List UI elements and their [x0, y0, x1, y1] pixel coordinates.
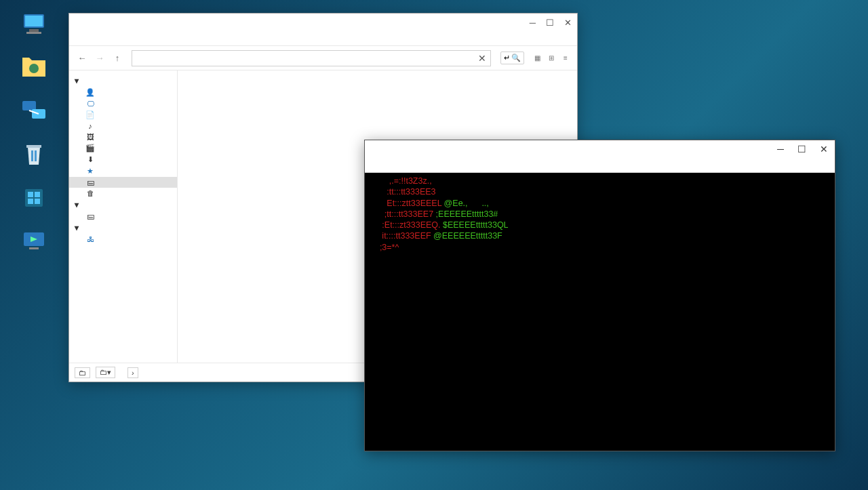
view-icons-button[interactable]: ▦ [531, 52, 543, 64]
view-list-button[interactable]: ≡ [559, 52, 572, 64]
sidebar-item-filesystem[interactable]: 🖴 [69, 177, 177, 188]
desktop-icon-network[interactable] [7, 94, 61, 131]
install-icon [20, 184, 48, 212]
terminal-window: ─ ☐ ✕ ,.=:!!t3Z3z., :tt:::tt333EE3 Et:::… [364, 140, 835, 451]
videos-icon: 🎬 [85, 144, 95, 152]
desktop-icon: 🖵 [85, 100, 95, 108]
status-btn2[interactable]: 🗀▾ [96, 367, 115, 378]
fm-titlebar[interactable]: ─ ☐ ✕ [69, 14, 577, 31]
trash-icon [20, 140, 48, 169]
clear-path-icon[interactable]: ✕ [478, 53, 486, 64]
term-titlebar[interactable]: ─ ☐ ✕ [365, 140, 835, 158]
sidebar-item-downloads[interactable]: ⬇ [69, 154, 177, 165]
desktop-icon-trash[interactable] [7, 137, 61, 175]
pictures-icon: 🖼 [85, 133, 95, 141]
sidebar-item-recent[interactable]: ★ [69, 165, 177, 177]
fm-sidebar: ▾ 👤 🖵 📄 ♪ 🖼 🎬 ⬇ ★ 🖴 🗑 ▾ 🖴 ▾ 🖧 [69, 70, 178, 363]
back-button[interactable]: ← [75, 51, 90, 66]
desktop-icon-computer[interactable] [7, 7, 61, 45]
svg-rect-1 [25, 16, 43, 26]
term-menubar [365, 158, 835, 173]
maximize-button[interactable]: ☐ [797, 144, 806, 155]
term-body[interactable]: ,.=:!!t3Z3z., :tt:::tt333EE3 Et:::ztt33E… [365, 173, 835, 451]
minimize-button[interactable]: ─ [530, 18, 536, 28]
desktop-icons [7, 7, 61, 262]
status-btn3[interactable]: › [127, 367, 138, 378]
close-button[interactable]: ✕ [820, 144, 828, 155]
desktop-icon-sysprops[interactable] [7, 224, 61, 262]
sidebar-item-home[interactable]: 👤 [69, 87, 177, 98]
svg-rect-15 [35, 199, 40, 204]
sidebar-item-videos[interactable]: 🎬 [69, 142, 177, 154]
sidebar-item-network[interactable]: 🖧 [69, 234, 177, 245]
sidebar-item-desktop[interactable]: 🖵 [69, 98, 177, 109]
close-button[interactable]: ✕ [564, 18, 572, 28]
svg-rect-13 [35, 192, 40, 197]
maximize-button[interactable]: ☐ [546, 18, 554, 28]
address-options[interactable]: ↵🔍 [500, 52, 524, 64]
downloads-icon: ⬇ [85, 155, 95, 164]
svg-rect-10 [35, 150, 37, 161]
sidebar-head-devices[interactable]: ▾ [69, 199, 177, 211]
recent-icon: ★ [85, 167, 95, 176]
fs-icon: 🖴 [85, 178, 95, 186]
svg-rect-11 [25, 189, 43, 207]
sidebar-item-trash[interactable]: 🗑 [69, 188, 177, 199]
music-icon: ♪ [85, 122, 95, 130]
home-folder-icon [20, 54, 48, 82]
desktop-icon-home[interactable] [7, 50, 61, 88]
net-icon: 🖧 [85, 235, 95, 243]
sidebar-item-documents[interactable]: 📄 [69, 109, 177, 121]
forward-button[interactable]: → [92, 51, 107, 66]
svg-rect-14 [28, 199, 33, 204]
svg-point-4 [29, 64, 39, 73]
sidebar-item-pictures[interactable]: 🖼 [69, 131, 177, 142]
view-compact-button[interactable]: ⊞ [545, 52, 557, 64]
fm-menubar [69, 31, 577, 46]
computer-icon [20, 10, 48, 39]
doc-icon: 📄 [85, 110, 95, 119]
fm-toolbar: ← → ↑ ✕ ↵🔍 ▦ ⊞ ≡ [69, 46, 577, 70]
svg-rect-9 [31, 150, 33, 161]
sidebar-head-computer[interactable]: ▾ [69, 75, 177, 87]
trash-icon: 🗑 [85, 189, 95, 197]
svg-rect-17 [29, 247, 39, 249]
sidebar-item-volume[interactable]: 🖴 [69, 211, 177, 222]
desktop-icon-install[interactable] [7, 180, 61, 218]
svg-rect-12 [28, 192, 33, 197]
sysprops-icon [20, 227, 48, 256]
path-input[interactable]: ✕ [132, 50, 491, 66]
svg-rect-8 [26, 145, 41, 148]
ascii-logo: ,.=:!!t3Z3z., :tt:::tt333EE3 Et:::ztt33E… [370, 176, 574, 253]
sidebar-head-network[interactable]: ▾ [69, 222, 177, 234]
svg-rect-2 [29, 29, 39, 32]
sidebar-item-music[interactable]: ♪ [69, 121, 177, 131]
svg-rect-3 [26, 32, 41, 34]
svg-rect-5 [22, 101, 36, 110]
status-btn1[interactable]: 🗀 [75, 367, 90, 378]
up-button[interactable]: ↑ [110, 51, 125, 66]
disk-icon: 🖴 [85, 212, 95, 220]
minimize-button[interactable]: ─ [777, 144, 784, 155]
network-icon [20, 97, 48, 125]
home-icon: 👤 [85, 88, 95, 97]
